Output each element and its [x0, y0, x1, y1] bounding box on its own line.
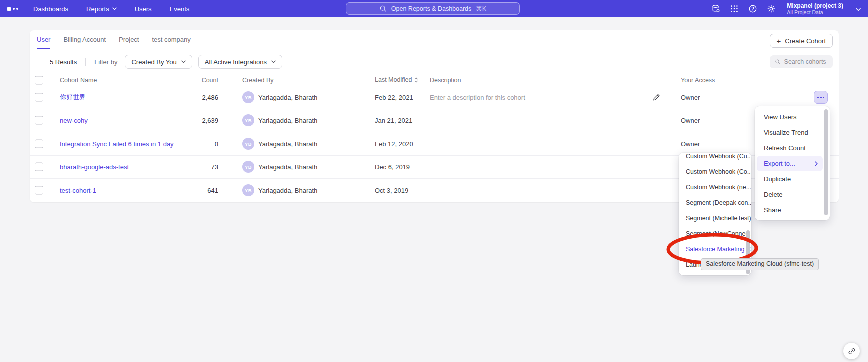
tab-user[interactable]: User: [37, 30, 50, 49]
divider: [86, 58, 86, 66]
chevron-down-icon: [112, 7, 117, 10]
edit-description-pencil-icon[interactable]: [652, 93, 661, 102]
row-actions-menu: View Users Visualize Trend Refresh Count…: [755, 106, 830, 220]
cohort-name-link[interactable]: Integration Sync Failed 6 times in 1 day: [60, 140, 174, 148]
integrations-filter-dropdown[interactable]: All Active Integrations: [198, 55, 282, 69]
last-modified-date: Oct 3, 2019: [375, 187, 408, 194]
header-description: Description: [430, 77, 462, 84]
header-created-by: Created By: [242, 77, 274, 84]
project-switcher[interactable]: Mixpanel (project 3) All Project Data: [787, 2, 844, 16]
submenu-item-segment-1[interactable]: Segment (Deepak con...: [679, 195, 752, 210]
last-modified-date: Feb 12, 2020: [375, 140, 414, 148]
sort-icon[interactable]: [414, 77, 418, 84]
nav-item-users[interactable]: Users: [135, 5, 152, 13]
avatar: YB: [242, 184, 254, 196]
data-icon[interactable]: [712, 4, 720, 13]
access-level: Owner: [681, 140, 700, 148]
share-link-button[interactable]: [844, 343, 860, 359]
last-modified-date: Feb 22, 2021: [375, 94, 414, 101]
submenu-item-segment-2[interactable]: Segment (MichelleTest): [679, 210, 752, 226]
scrollbar-thumb[interactable]: [824, 109, 828, 215]
search-cohorts-box: [770, 55, 833, 68]
description-placeholder[interactable]: Enter a description for this cohort: [430, 94, 526, 101]
project-chevron-down-icon[interactable]: [856, 4, 861, 13]
menu-item-share[interactable]: Share: [755, 202, 830, 218]
avatar: YB: [242, 91, 254, 103]
settings-gear-icon[interactable]: [767, 4, 776, 13]
submenu-item-salesforce-marketing-cloud[interactable]: Salesforce Marketing C...: [679, 241, 752, 257]
global-search-bar[interactable]: Open Reports & Dashboards ⌘K: [346, 2, 520, 15]
avatar: YB: [242, 114, 254, 126]
link-icon: [848, 347, 856, 355]
filter-by-label: Filter by: [94, 58, 118, 66]
export-to-submenu: Custom Webhook (Cu... Custom Webhook (Co…: [679, 153, 752, 275]
access-level: Owner: [681, 117, 700, 124]
tab-project[interactable]: Project: [119, 30, 139, 49]
avatar: YB: [242, 161, 254, 173]
menu-item-delete[interactable]: Delete: [755, 187, 830, 202]
avatar: YB: [242, 138, 254, 150]
apps-grid-icon[interactable]: [730, 4, 739, 13]
tab-billing-account[interactable]: Billing Account: [64, 30, 106, 49]
last-modified-date: Dec 6, 2019: [375, 163, 410, 171]
cohort-name-link[interactable]: bharath-google-ads-test: [60, 163, 129, 171]
submenu-item-custom-webhook-3[interactable]: Custom Webhook (ne...: [679, 179, 752, 195]
row-checkbox[interactable]: [35, 186, 44, 195]
select-all-checkbox[interactable]: [35, 76, 44, 84]
row-checkbox[interactable]: [35, 140, 44, 148]
menu-item-visualize-trend[interactable]: Visualize Trend: [755, 125, 830, 140]
menu-item-refresh-count[interactable]: Refresh Count: [755, 140, 830, 156]
chevron-down-icon: [272, 60, 276, 63]
create-cohort-button[interactable]: + Create Cohort: [770, 34, 833, 48]
row-checkbox[interactable]: [35, 93, 44, 102]
row-actions-button[interactable]: [814, 91, 828, 104]
menu-item-duplicate[interactable]: Duplicate: [755, 171, 830, 187]
global-search-placeholder: Open Reports & Dashboards: [392, 5, 472, 12]
row-checkbox[interactable]: [35, 163, 44, 171]
creator-name: Yarlagadda, Bharath: [258, 117, 318, 124]
creator-name: Yarlagadda, Bharath: [258, 140, 318, 148]
row-checkbox[interactable]: [35, 116, 44, 125]
table-row[interactable]: Integration Sync Failed 6 times in 1 day…: [30, 132, 839, 156]
search-shortcut: ⌘K: [476, 5, 486, 12]
nav-item-dashboards[interactable]: Dashboards: [34, 5, 68, 13]
header-last-modified[interactable]: Last Modified: [375, 76, 418, 84]
creator-name: Yarlagadda, Bharath: [258, 94, 318, 101]
cohort-name-link[interactable]: test-cohort-1: [60, 187, 96, 194]
table-row[interactable]: new-cohy 2,639 YB Yarlagadda, Bharath Ja…: [30, 109, 839, 132]
submenu-item-custom-webhook-1[interactable]: Custom Webhook (Cu...: [679, 153, 752, 164]
table-row[interactable]: 你好世界 2,486 YB Yarlagadda, Bharath Feb 22…: [30, 86, 839, 109]
menu-item-export-to[interactable]: Export to...: [757, 156, 823, 171]
main-nav: Dashboards Reports Users Events: [34, 5, 190, 13]
submenu-item-segment-3[interactable]: Segment (NewConnec...: [679, 226, 752, 241]
nav-item-reports[interactable]: Reports: [86, 5, 117, 13]
top-navbar: Dashboards Reports Users Events Open Rep…: [0, 0, 868, 17]
search-icon: [380, 5, 387, 12]
tab-test-company[interactable]: test company: [152, 30, 190, 49]
cohort-type-tabs: User Billing Account Project test compan…: [30, 30, 839, 49]
cohort-count: 2,486: [170, 94, 218, 101]
mixpanel-logo-icon[interactable]: [7, 7, 18, 11]
cohort-name-link[interactable]: 你好世界: [60, 93, 86, 102]
search-cohorts-input[interactable]: [784, 58, 828, 65]
chevron-down-icon: [182, 60, 186, 63]
cohort-count: 641: [170, 187, 218, 194]
project-scope: All Project Data: [787, 9, 844, 16]
created-by-filter-dropdown[interactable]: Created By You: [125, 55, 192, 69]
cohort-count: 0: [170, 140, 218, 148]
chevron-right-icon: [815, 161, 818, 166]
cohort-count: 73: [170, 163, 218, 171]
help-icon[interactable]: [748, 4, 758, 13]
header-count: Count: [170, 77, 218, 84]
cohort-name-link[interactable]: new-cohy: [60, 117, 88, 124]
project-name: Mixpanel (project 3): [787, 2, 844, 9]
filter-toolbar: 5 Results Filter by Created By You All A…: [30, 49, 839, 74]
submenu-item-custom-webhook-2[interactable]: Custom Webhook (Co...: [679, 164, 752, 179]
nav-item-events[interactable]: Events: [170, 5, 190, 13]
table-header: Cohort Name Count Created By Last Modifi…: [30, 74, 839, 86]
last-modified-date: Jan 21, 2021: [375, 117, 412, 124]
access-level: Owner: [681, 94, 700, 101]
menu-item-view-users[interactable]: View Users: [755, 109, 830, 125]
integration-tooltip: Salesforce Marketing Cloud (sfmc-test): [701, 258, 819, 270]
results-count: 5 Results: [50, 58, 77, 66]
